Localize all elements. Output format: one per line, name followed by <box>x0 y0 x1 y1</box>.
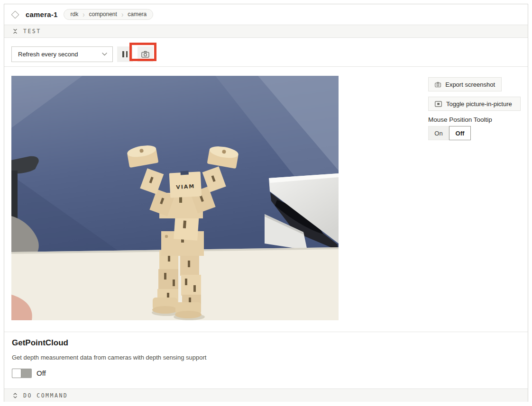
stream-toolbar: Refresh every second <box>4 38 528 67</box>
point-cloud-toggle-state: Off <box>37 369 46 378</box>
toggle-pip-button[interactable]: Toggle picture-in-picture <box>428 97 521 111</box>
component-diamond-icon <box>11 10 19 18</box>
refresh-rate-select[interactable]: Refresh every second <box>11 46 113 62</box>
component-header: camera-1 rdk › component › camera <box>4 4 528 25</box>
export-screenshot-button[interactable]: Export screenshot <box>428 77 502 91</box>
tooltip-on-button[interactable]: On <box>428 126 449 140</box>
breadcrumb-item-rdk: rdk <box>70 11 78 18</box>
pause-icon <box>122 51 128 57</box>
robot-head: VIAM <box>169 170 202 198</box>
toggle-knob <box>12 369 21 378</box>
point-cloud-toggle[interactable] <box>12 369 32 378</box>
mouse-position-tooltip-label: Mouse Position Tooltip <box>428 116 492 123</box>
collapse-section-icon <box>12 28 18 34</box>
stream-content: VIAM Export screenshot Toggle picture-in… <box>4 67 528 332</box>
breadcrumb-item-component: component <box>89 11 117 18</box>
toggle-pip-label: Toggle picture-in-picture <box>446 100 512 108</box>
get-point-cloud-description: Get depth measurement data from cameras … <box>12 354 206 361</box>
camera-stream-image: VIAM <box>11 76 339 320</box>
do-command-section-label: DO COMMAND <box>23 392 68 399</box>
get-point-cloud-title: GetPointCloud <box>12 338 68 348</box>
tooltip-off-button[interactable]: Off <box>449 126 471 140</box>
picture-in-picture-icon <box>435 101 442 107</box>
component-title: camera-1 <box>26 10 57 18</box>
chevron-down-icon <box>102 53 107 56</box>
breadcrumb-separator-icon: › <box>121 10 123 18</box>
pause-refresh-button[interactable] <box>117 46 133 62</box>
expand-section-icon <box>12 393 18 398</box>
export-screenshot-label: Export screenshot <box>445 81 495 88</box>
camera-icon <box>141 51 149 58</box>
get-point-cloud-section: GetPointCloud Get depth measurement data… <box>4 332 528 388</box>
camera-icon <box>435 81 441 88</box>
export-screenshot-icon-button[interactable] <box>138 46 153 62</box>
breadcrumb: rdk › component › camera <box>64 9 153 20</box>
test-section-header[interactable]: TEST <box>4 25 528 38</box>
robot-logo-text: VIAM <box>176 183 195 190</box>
test-section-label: TEST <box>23 28 41 35</box>
breadcrumb-item-camera: camera <box>128 11 147 18</box>
breadcrumb-separator-icon: › <box>83 10 84 18</box>
tooltip-toggle-group: On Off <box>428 126 471 140</box>
refresh-rate-value: Refresh every second <box>18 51 78 58</box>
camera-component-panel: camera-1 rdk › component › camera TEST R… <box>4 4 528 402</box>
do-command-section-header[interactable]: DO COMMAND <box>4 388 528 402</box>
